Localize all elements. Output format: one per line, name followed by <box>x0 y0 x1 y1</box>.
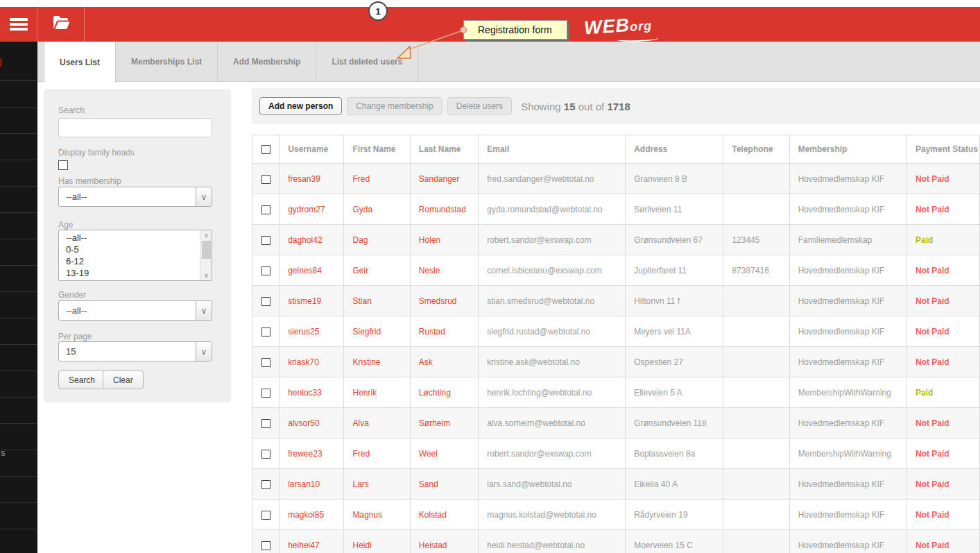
row-checkbox[interactable] <box>261 175 270 184</box>
first-name-link[interactable]: Geir <box>344 255 410 286</box>
select-all-checkbox[interactable] <box>261 145 270 154</box>
table-row: henloc33 Henrik Løchting henrik.lochting… <box>252 377 980 408</box>
email-cell: gyda.romundstad@webtotal.no <box>479 194 626 225</box>
username-link[interactable]: frewee23 <box>280 439 344 469</box>
row-checkbox[interactable] <box>261 480 270 489</box>
username-link[interactable]: heihei47 <box>280 530 344 553</box>
age-option[interactable]: 20-29 <box>59 279 200 281</box>
age-option[interactable]: --all-- <box>59 232 200 244</box>
first-name-link[interactable]: Heidi <box>344 530 410 553</box>
delete-users-button[interactable]: Delete users <box>447 97 512 115</box>
last-name-link[interactable]: Romundstad <box>410 194 478 225</box>
telephone-cell <box>723 530 789 553</box>
first-name-link[interactable]: Fred <box>344 439 410 469</box>
search-button[interactable]: Search <box>58 371 105 389</box>
username-link[interactable]: magkol85 <box>280 500 344 530</box>
telephone-cell <box>723 500 789 530</box>
tab-memberships-list[interactable]: Memberships List <box>116 42 218 82</box>
age-option[interactable]: 13-19 <box>59 267 200 279</box>
tab-list-deleted-users[interactable]: List deleted users <box>316 42 418 82</box>
age-option[interactable]: 6-12 <box>59 255 200 267</box>
per-page-select[interactable]: 15 ∨ <box>58 341 212 361</box>
last-name-link[interactable]: Sandanger <box>410 164 478 194</box>
row-checkbox[interactable] <box>261 450 270 459</box>
row-checkbox[interactable] <box>261 541 270 550</box>
age-option[interactable]: 0-5 <box>59 244 200 255</box>
username-link[interactable]: fresan39 <box>280 164 344 194</box>
telephone-cell <box>723 286 789 316</box>
row-checkbox[interactable] <box>261 419 270 428</box>
first-name-link[interactable]: Gyda <box>344 194 410 225</box>
username-link[interactable]: alvsor50 <box>280 408 344 439</box>
last-name-link[interactable]: Rustad <box>410 316 478 347</box>
first-name-link[interactable]: Lars <box>344 469 410 500</box>
row-checkbox[interactable] <box>261 327 270 337</box>
first-name-link[interactable]: Dag <box>344 225 410 255</box>
last-name-link[interactable]: Sørheim <box>410 408 478 439</box>
first-name-link[interactable]: Siegfrid <box>344 316 410 347</box>
row-checkbox[interactable] <box>261 236 270 245</box>
address-cell: Moerveien 15 C <box>626 530 723 553</box>
username-link[interactable]: kriask70 <box>280 347 344 377</box>
age-listbox[interactable]: --all--0-56-1213-1920-29 ∧ ∨ <box>58 230 212 281</box>
last-name-link[interactable]: Smedsrud <box>410 286 478 316</box>
last-name-link[interactable]: Holen <box>410 225 478 255</box>
showing-count: 15 <box>564 101 576 112</box>
username-link[interactable]: henloc33 <box>280 377 344 408</box>
last-name-link[interactable]: Nesle <box>410 255 478 286</box>
username-link[interactable]: stisme19 <box>280 286 344 316</box>
row-checkbox[interactable] <box>261 297 270 306</box>
change-membership-button[interactable]: Change membership <box>347 97 442 115</box>
clear-button[interactable]: Clear <box>103 371 144 389</box>
last-name-link[interactable]: Ask <box>410 347 478 377</box>
column-header: Telephone <box>723 135 789 164</box>
tab-users-list[interactable]: Users List <box>44 42 116 83</box>
first-name-link[interactable]: Magnus <box>344 500 410 530</box>
payment-status-cell: Not Paid <box>906 316 979 347</box>
first-name-link[interactable]: Fred <box>344 164 410 194</box>
folder-button[interactable] <box>37 7 85 42</box>
first-name-link[interactable]: Henrik <box>344 377 410 408</box>
last-name-link[interactable]: Løchting <box>410 377 478 408</box>
membership-cell: Hovedmedlemskap KIF <box>789 469 906 500</box>
has-membership-select[interactable]: --all-- ∨ <box>58 187 212 207</box>
last-name-link[interactable]: Sand <box>410 469 478 500</box>
membership-cell: Familiemedlemskap <box>789 225 906 255</box>
row-checkbox[interactable] <box>261 266 270 275</box>
first-name-link[interactable]: Kristine <box>344 347 410 377</box>
family-heads-checkbox[interactable] <box>58 160 68 170</box>
address-cell: Boplassveien 8a <box>626 439 723 469</box>
age-scrollbar[interactable]: ∧ ∨ <box>200 230 212 280</box>
row-checkbox[interactable] <box>261 358 270 367</box>
username-link[interactable]: sierus25 <box>280 316 344 347</box>
first-name-link[interactable]: Alva <box>344 408 410 439</box>
row-checkbox[interactable] <box>261 205 270 214</box>
username-link[interactable]: daghol42 <box>280 225 344 255</box>
scrollbar-thumb[interactable] <box>202 241 211 259</box>
telephone-cell <box>723 164 789 194</box>
table-row: fresan39 Fred Sandanger fred.sandanger@w… <box>252 164 980 194</box>
scroll-up-icon[interactable]: ∧ <box>200 230 212 240</box>
username-link[interactable]: gydrom27 <box>280 194 344 225</box>
filter-panel: Search Display family heads Has membersh… <box>44 89 231 402</box>
membership-cell: MembershipWithWarning <box>789 377 906 408</box>
table-row: heihei47 Heidi Heistad heidi.heistad@web… <box>252 530 980 553</box>
last-name-link[interactable]: Kolstad <box>410 500 478 530</box>
username-link[interactable]: larsan10 <box>280 469 344 500</box>
column-header: Email <box>479 135 626 164</box>
username-link[interactable]: geines84 <box>280 255 344 286</box>
telephone-cell <box>723 316 789 347</box>
last-name-link[interactable]: Heistad <box>410 530 478 553</box>
search-input[interactable] <box>58 118 212 137</box>
address-cell: Granveien 8 B <box>626 164 723 194</box>
tab-add-membership[interactable]: Add Membership <box>218 42 316 82</box>
row-checkbox[interactable] <box>261 511 270 520</box>
first-name-link[interactable]: Stian <box>344 286 410 316</box>
menu-button[interactable] <box>0 7 37 42</box>
last-name-link[interactable]: Weel <box>410 439 478 469</box>
email-cell: robert.sandor@exswap.com <box>479 225 626 255</box>
scroll-down-icon[interactable]: ∨ <box>200 271 212 280</box>
row-checkbox[interactable] <box>261 389 270 398</box>
add-new-person-button[interactable]: Add new person <box>259 97 342 115</box>
gender-select[interactable]: --all-- ∨ <box>58 300 212 321</box>
